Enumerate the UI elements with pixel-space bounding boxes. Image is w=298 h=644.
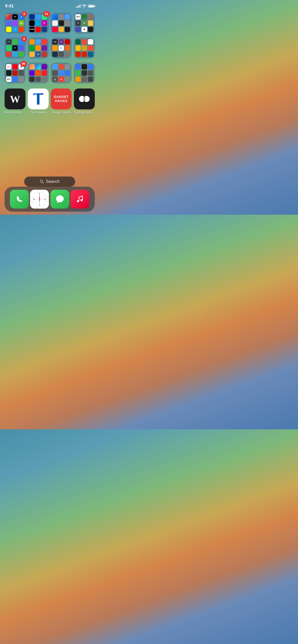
mini-b2 <box>35 77 41 82</box>
mini-tips <box>59 27 64 32</box>
mini-twitch <box>12 20 18 26</box>
search-icon <box>40 180 44 184</box>
mini-scrabble <box>82 14 87 20</box>
mini-nyt3: NYT <box>6 77 11 82</box>
news-games-folder-icon[interactable]: NYT S W W <box>74 13 95 34</box>
mini-whatsapp <box>6 45 11 51</box>
mini-vudu <box>35 14 41 20</box>
food-folder-icon[interactable] <box>74 38 95 58</box>
svg-marker-6 <box>33 95 34 96</box>
mini-clock2 <box>65 27 70 32</box>
mini-abc <box>6 70 11 76</box>
productivity-folder-icon[interactable]: W <box>28 38 49 58</box>
app-row-3: CAL N NYT 99 <box>5 63 95 83</box>
mini-b1 <box>29 77 35 82</box>
app-row-2: FP FP 6 W <box>5 38 95 58</box>
shopping-folder-icon[interactable]: UO 5 G <box>51 38 72 58</box>
gadgethacks-label: Gadget Hacks <box>51 111 71 114</box>
mini-yahoo <box>29 70 35 76</box>
browsers-folder-icon[interactable] <box>28 63 49 83</box>
mini-bee <box>88 20 93 26</box>
mini-files2 <box>35 39 41 45</box>
mini-amazon <box>52 45 58 51</box>
mini-dash <box>82 39 87 45</box>
mini-bk-d <box>75 52 81 57</box>
mini-twitter: t <box>12 27 18 32</box>
safari-dock-app[interactable]: N S E W <box>30 190 49 209</box>
tools-folder[interactable]: {} A <box>51 63 72 83</box>
streaming-folder[interactable]: P STARZ 31 <box>28 13 49 34</box>
battery-icon <box>88 5 94 8</box>
mini-messenger <box>19 45 24 51</box>
mini-etsy <box>65 45 70 51</box>
webpush-icon[interactable]: W <box>5 89 25 109</box>
mini-starbucks <box>75 39 81 45</box>
webpush-app[interactable]: W WebPushNotifi... <box>5 89 25 114</box>
news-badge: 99 <box>20 61 27 67</box>
mini-amazon2 <box>52 52 58 57</box>
social-folder[interactable]: TT f kik t 8 <box>5 13 25 34</box>
mini-fp2: FP <box>12 45 18 51</box>
comms-folder-icon[interactable]: FP FP 6 <box>5 38 25 58</box>
tools-folder-icon[interactable]: {} A <box>51 63 72 83</box>
mini-evernote <box>29 45 35 51</box>
search-bar[interactable]: Search <box>24 177 75 187</box>
music-dock-app[interactable] <box>71 190 89 209</box>
food-folder[interactable] <box>74 38 95 58</box>
mini-scr <box>82 70 87 76</box>
utilities-folder-icon[interactable] <box>51 13 72 34</box>
browsers-folder[interactable] <box>28 63 49 83</box>
streaming-folder-icon[interactable]: P STARZ 31 <box>28 13 49 34</box>
mini-paramount <box>29 14 35 20</box>
gadgethacks-icon[interactable]: GADGET HACKS <box>51 89 72 109</box>
mini-facetime <box>12 39 18 45</box>
comms-folder[interactable]: FP FP 6 <box>5 38 25 58</box>
mini-arc <box>29 64 35 69</box>
mini-nba <box>42 27 47 32</box>
comms-badge: 6 <box>21 36 27 42</box>
phone-dock-app[interactable] <box>10 190 29 209</box>
techopedia-app[interactable]: Techopedia <box>28 89 49 114</box>
mini-nav <box>12 77 18 82</box>
mini-maps2 <box>88 64 93 69</box>
mini-magnify <box>59 14 64 20</box>
mini-gray1 <box>19 77 24 82</box>
shopping-folder[interactable]: UO 5 G <box>51 38 72 58</box>
mini-starz: STARZ <box>29 27 35 32</box>
mini-word-g: W <box>82 27 87 32</box>
mini-dominos <box>88 52 93 57</box>
productivity2-folder-icon[interactable] <box>74 63 95 83</box>
mini-g-shop: G <box>59 45 64 51</box>
mini-redicon <box>59 64 64 69</box>
mini-clock <box>59 20 64 26</box>
settingssched-icon[interactable] <box>74 89 95 109</box>
mini-p5 <box>88 77 93 82</box>
mini-appstore <box>52 14 58 20</box>
svg-marker-7 <box>39 93 43 95</box>
mini-pp <box>42 52 47 57</box>
mini-grub <box>88 45 93 51</box>
utilities-folder[interactable] <box>51 13 72 34</box>
productivity2-folder[interactable] <box>74 63 95 83</box>
news-games-folder[interactable]: NYT S W W <box>74 13 95 34</box>
mini-compass2 <box>65 70 70 76</box>
mini-p4 <box>82 77 87 82</box>
mini-burner <box>6 52 11 57</box>
mini-youtube <box>35 27 41 32</box>
mini-contacts <box>52 20 58 26</box>
news-folder[interactable]: CAL N NYT 99 <box>5 63 25 83</box>
social-folder-icon[interactable]: TT f kik t 8 <box>5 13 25 34</box>
gadgethacks-app[interactable]: GADGET HACKS Gadget Hacks <box>51 89 72 114</box>
mini-curly: {} <box>52 77 58 82</box>
mini-calendar: CAL <box>6 64 11 69</box>
messages-dock-app[interactable] <box>50 190 69 209</box>
mini-chess <box>88 14 93 20</box>
settingssched-app[interactable]: SettingsSche... <box>74 89 95 114</box>
social-badge: 8 <box>21 11 27 17</box>
techopedia-icon[interactable] <box>28 89 49 109</box>
home-screen: TT f kik t 8 P STARZ <box>0 10 99 114</box>
news-folder-icon[interactable]: CAL N NYT 99 <box>5 63 25 83</box>
productivity-folder[interactable]: W <box>28 38 49 58</box>
mini-opera <box>42 70 47 76</box>
mini-bbc <box>12 70 18 76</box>
